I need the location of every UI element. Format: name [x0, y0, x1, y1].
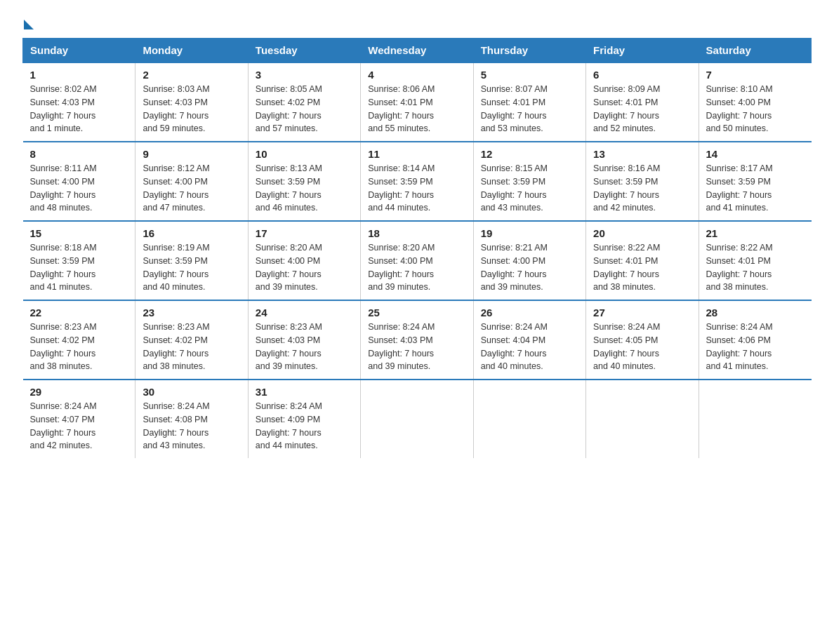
- day-cell: [473, 380, 585, 458]
- header-thursday: Thursday: [473, 39, 585, 63]
- header-sunday: Sunday: [23, 39, 135, 63]
- day-cell: 21Sunrise: 8:22 AMSunset: 4:01 PMDayligh…: [699, 221, 811, 300]
- day-info: Sunrise: 8:14 AMSunset: 3:59 PMDaylight:…: [368, 162, 465, 215]
- day-info: Sunrise: 8:20 AMSunset: 4:00 PMDaylight:…: [368, 241, 465, 294]
- calendar-table: SundayMondayTuesdayWednesdayThursdayFrid…: [22, 38, 812, 458]
- day-cell: 17Sunrise: 8:20 AMSunset: 4:00 PMDayligh…: [248, 221, 360, 300]
- day-cell: 27Sunrise: 8:24 AMSunset: 4:05 PMDayligh…: [586, 300, 699, 380]
- day-number: 16: [143, 227, 240, 239]
- day-cell: 6Sunrise: 8:09 AMSunset: 4:01 PMDaylight…: [586, 62, 699, 142]
- day-cell: 7Sunrise: 8:10 AMSunset: 4:00 PMDaylight…: [699, 62, 811, 142]
- day-cell: 14Sunrise: 8:17 AMSunset: 3:59 PMDayligh…: [699, 142, 811, 221]
- day-info: Sunrise: 8:23 AMSunset: 4:03 PMDaylight:…: [256, 321, 353, 373]
- header-tuesday: Tuesday: [248, 39, 360, 63]
- day-cell: 19Sunrise: 8:21 AMSunset: 4:00 PMDayligh…: [473, 221, 585, 300]
- day-number: 10: [256, 148, 353, 160]
- day-number: 27: [593, 307, 691, 318]
- day-cell: 23Sunrise: 8:23 AMSunset: 4:02 PMDayligh…: [135, 300, 248, 380]
- day-number: 14: [706, 148, 805, 160]
- header-monday: Monday: [135, 39, 248, 63]
- day-info: Sunrise: 8:18 AMSunset: 3:59 PMDaylight:…: [30, 241, 128, 294]
- day-number: 30: [143, 386, 240, 398]
- day-info: Sunrise: 8:24 AMSunset: 4:08 PMDaylight:…: [143, 400, 240, 452]
- day-info: Sunrise: 8:06 AMSunset: 4:01 PMDaylight:…: [368, 83, 465, 135]
- day-cell: 28Sunrise: 8:24 AMSunset: 4:06 PMDayligh…: [699, 300, 811, 380]
- day-number: 31: [256, 386, 353, 398]
- day-cell: [361, 380, 473, 458]
- day-info: Sunrise: 8:19 AMSunset: 3:59 PMDaylight:…: [143, 241, 240, 294]
- day-number: 22: [30, 307, 128, 318]
- day-number: 12: [481, 148, 578, 160]
- day-info: Sunrise: 8:22 AMSunset: 4:01 PMDaylight:…: [593, 241, 691, 294]
- day-number: 3: [256, 69, 353, 81]
- header-saturday: Saturday: [699, 39, 811, 63]
- day-number: 13: [593, 148, 691, 160]
- calendar-header-row: SundayMondayTuesdayWednesdayThursdayFrid…: [23, 39, 812, 63]
- day-info: Sunrise: 8:16 AMSunset: 3:59 PMDaylight:…: [593, 162, 691, 215]
- page-header: [22, 17, 812, 27]
- day-cell: 11Sunrise: 8:14 AMSunset: 3:59 PMDayligh…: [361, 142, 473, 221]
- day-info: Sunrise: 8:24 AMSunset: 4:07 PMDaylight:…: [30, 400, 128, 452]
- day-cell: 13Sunrise: 8:16 AMSunset: 3:59 PMDayligh…: [586, 142, 699, 221]
- day-number: 29: [30, 386, 128, 398]
- day-number: 15: [30, 227, 128, 239]
- day-cell: 29Sunrise: 8:24 AMSunset: 4:07 PMDayligh…: [23, 380, 135, 458]
- day-number: 23: [143, 307, 240, 318]
- header-friday: Friday: [586, 39, 699, 63]
- day-info: Sunrise: 8:13 AMSunset: 3:59 PMDaylight:…: [256, 162, 353, 215]
- week-row-4: 22Sunrise: 8:23 AMSunset: 4:02 PMDayligh…: [23, 300, 812, 380]
- day-number: 5: [481, 69, 578, 81]
- day-cell: [586, 380, 699, 458]
- day-cell: 15Sunrise: 8:18 AMSunset: 3:59 PMDayligh…: [23, 221, 135, 300]
- day-cell: 3Sunrise: 8:05 AMSunset: 4:02 PMDaylight…: [248, 62, 360, 142]
- day-number: 20: [593, 227, 691, 239]
- day-info: Sunrise: 8:09 AMSunset: 4:01 PMDaylight:…: [593, 83, 691, 135]
- day-info: Sunrise: 8:23 AMSunset: 4:02 PMDaylight:…: [30, 321, 128, 373]
- day-number: 2: [143, 69, 240, 81]
- week-row-2: 8Sunrise: 8:11 AMSunset: 4:00 PMDaylight…: [23, 142, 812, 221]
- day-cell: 10Sunrise: 8:13 AMSunset: 3:59 PMDayligh…: [248, 142, 360, 221]
- day-info: Sunrise: 8:02 AMSunset: 4:03 PMDaylight:…: [30, 83, 128, 135]
- day-number: 19: [481, 227, 578, 239]
- day-info: Sunrise: 8:20 AMSunset: 4:00 PMDaylight:…: [256, 241, 353, 294]
- day-number: 11: [368, 148, 465, 160]
- day-cell: 31Sunrise: 8:24 AMSunset: 4:09 PMDayligh…: [248, 380, 360, 458]
- day-cell: 24Sunrise: 8:23 AMSunset: 4:03 PMDayligh…: [248, 300, 360, 380]
- day-cell: 1Sunrise: 8:02 AMSunset: 4:03 PMDaylight…: [23, 62, 135, 142]
- day-number: 8: [30, 148, 128, 160]
- day-cell: 25Sunrise: 8:24 AMSunset: 4:03 PMDayligh…: [361, 300, 473, 380]
- day-number: 24: [256, 307, 353, 318]
- day-cell: 4Sunrise: 8:06 AMSunset: 4:01 PMDaylight…: [361, 62, 473, 142]
- day-number: 6: [593, 69, 691, 81]
- day-info: Sunrise: 8:21 AMSunset: 4:00 PMDaylight:…: [481, 241, 578, 294]
- day-info: Sunrise: 8:03 AMSunset: 4:03 PMDaylight:…: [143, 83, 240, 135]
- day-info: Sunrise: 8:24 AMSunset: 4:09 PMDaylight:…: [256, 400, 353, 452]
- day-info: Sunrise: 8:22 AMSunset: 4:01 PMDaylight:…: [706, 241, 805, 294]
- day-info: Sunrise: 8:24 AMSunset: 4:03 PMDaylight:…: [368, 321, 465, 373]
- day-cell: 16Sunrise: 8:19 AMSunset: 3:59 PMDayligh…: [135, 221, 248, 300]
- day-number: 28: [706, 307, 805, 318]
- logo-arrow-icon: [24, 20, 34, 29]
- day-info: Sunrise: 8:24 AMSunset: 4:04 PMDaylight:…: [481, 321, 578, 373]
- day-info: Sunrise: 8:23 AMSunset: 4:02 PMDaylight:…: [143, 321, 240, 373]
- day-info: Sunrise: 8:12 AMSunset: 4:00 PMDaylight:…: [143, 162, 240, 215]
- day-cell: [699, 380, 811, 458]
- day-info: Sunrise: 8:05 AMSunset: 4:02 PMDaylight:…: [256, 83, 353, 135]
- day-number: 26: [481, 307, 578, 318]
- day-cell: 2Sunrise: 8:03 AMSunset: 4:03 PMDaylight…: [135, 62, 248, 142]
- day-info: Sunrise: 8:17 AMSunset: 3:59 PMDaylight:…: [706, 162, 805, 215]
- day-number: 21: [706, 227, 805, 239]
- week-row-3: 15Sunrise: 8:18 AMSunset: 3:59 PMDayligh…: [23, 221, 812, 300]
- day-number: 7: [706, 69, 805, 81]
- header-wednesday: Wednesday: [361, 39, 473, 63]
- day-number: 25: [368, 307, 465, 318]
- day-info: Sunrise: 8:15 AMSunset: 3:59 PMDaylight:…: [481, 162, 578, 215]
- week-row-5: 29Sunrise: 8:24 AMSunset: 4:07 PMDayligh…: [23, 380, 812, 458]
- day-cell: 26Sunrise: 8:24 AMSunset: 4:04 PMDayligh…: [473, 300, 585, 380]
- day-cell: 12Sunrise: 8:15 AMSunset: 3:59 PMDayligh…: [473, 142, 585, 221]
- day-cell: 30Sunrise: 8:24 AMSunset: 4:08 PMDayligh…: [135, 380, 248, 458]
- logo: [22, 17, 34, 27]
- day-number: 9: [143, 148, 240, 160]
- day-cell: 22Sunrise: 8:23 AMSunset: 4:02 PMDayligh…: [23, 300, 135, 380]
- day-info: Sunrise: 8:10 AMSunset: 4:00 PMDaylight:…: [706, 83, 805, 135]
